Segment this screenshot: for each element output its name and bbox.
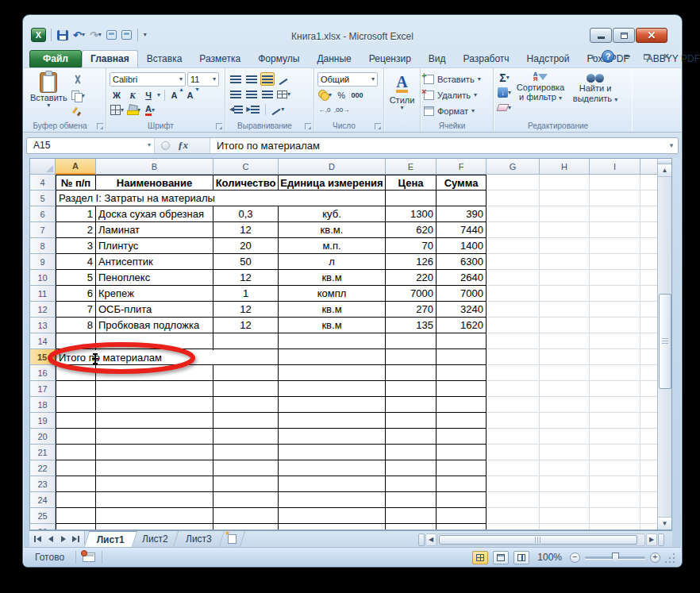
table-data-cell[interactable]: 7000 [437, 286, 487, 302]
grid-cell[interactable] [540, 524, 590, 530]
grid-cell[interactable] [213, 460, 279, 476]
grid-cell[interactable] [487, 333, 540, 349]
grid-cell[interactable] [279, 508, 386, 524]
grid-cell[interactable] [437, 492, 487, 508]
table-data-cell[interactable]: кв.м [279, 270, 386, 286]
grid-cell[interactable] [590, 254, 640, 270]
merge-center-button[interactable]: ▾ [276, 87, 291, 101]
table-data-cell[interactable]: 1 [56, 206, 96, 222]
grid-cell[interactable] [56, 397, 96, 413]
grid-cell[interactable] [540, 349, 590, 365]
increase-decimal-button[interactable]: ←,0 [317, 103, 332, 117]
table-data-cell[interactable]: 5 [56, 270, 96, 286]
scroll-up-button[interactable]: ▲ [658, 164, 671, 177]
grid-cell[interactable] [279, 476, 386, 492]
table-data-cell[interactable]: 390 [437, 206, 487, 222]
table-data-cell[interactable]: Ламинат [96, 222, 213, 238]
table-header-cell[interactable]: Единица измерения [279, 175, 386, 191]
align-right-button[interactable] [260, 87, 275, 101]
vertical-scrollbar[interactable]: ▲ ▼ [657, 159, 671, 529]
split-handle[interactable] [658, 159, 671, 164]
column-header-H[interactable]: H [540, 159, 590, 175]
grid-cell[interactable] [540, 365, 590, 381]
format-painter-button[interactable] [71, 105, 86, 118]
grid-cell[interactable] [96, 429, 213, 445]
normal-view-button[interactable] [472, 551, 488, 564]
grid-cell[interactable] [540, 286, 590, 302]
column-header-I[interactable]: I [590, 159, 640, 175]
sort-filter-button[interactable]: АЯ Сортировкаи фильтр ▾ [512, 71, 569, 114]
expand-formula-bar-button[interactable]: ▾ [665, 141, 678, 149]
grid-cell[interactable] [540, 318, 590, 333]
resize-grip-icon[interactable] [665, 552, 676, 563]
last-sheet-button[interactable] [70, 533, 82, 545]
grid-cell[interactable] [56, 508, 96, 524]
column-header-C[interactable]: C [213, 159, 279, 175]
decrease-indent-button[interactable]: ◀ [229, 102, 244, 116]
grid-cell[interactable] [487, 413, 540, 429]
font-name-combo[interactable]: Calibri▾ [110, 72, 186, 87]
table-data-cell[interactable]: Пеноплекс [96, 270, 213, 286]
section-title-cell[interactable]: Раздел I: Затраты на материалы [56, 191, 386, 206]
table-data-cell[interactable]: Пробковая подложка [96, 318, 213, 333]
grid-cell[interactable] [386, 524, 437, 530]
grid-cell[interactable] [487, 476, 540, 492]
grid-cell[interactable] [437, 460, 487, 476]
grid-cell[interactable] [386, 460, 437, 476]
align-center-button[interactable] [244, 87, 259, 101]
grid-cell[interactable] [540, 445, 590, 460]
grid-cell[interactable] [279, 365, 386, 381]
fill-color-button[interactable]: ▾ [126, 103, 141, 117]
grid-cell[interactable] [590, 286, 640, 302]
ribbon-tab-формулы[interactable]: Формулы [249, 50, 308, 67]
row-header-10[interactable]: 10 [30, 270, 56, 286]
grid-cell[interactable] [56, 476, 96, 492]
grid-cell[interactable] [279, 397, 386, 413]
grid-cell[interactable] [386, 333, 437, 349]
format-cells-button[interactable]: Формат▾ [424, 104, 490, 118]
grid-cell[interactable] [590, 508, 640, 524]
ribbon-tab-данные[interactable]: Данные [308, 50, 360, 67]
workbook-close-button[interactable]: × [659, 51, 674, 63]
table-data-cell[interactable]: 6300 [437, 254, 487, 270]
grid-cell[interactable] [96, 413, 213, 429]
grid-cell[interactable] [213, 476, 279, 492]
table-data-cell[interactable]: 8 [56, 318, 96, 333]
row-header-6[interactable]: 6 [30, 206, 56, 222]
table-data-cell[interactable]: 0,3 [213, 206, 279, 222]
grid-cell[interactable] [487, 222, 540, 238]
name-box[interactable]: A15 ▾ [27, 138, 154, 153]
grid-cell[interactable] [487, 492, 540, 508]
grid-cell[interactable] [437, 413, 487, 429]
align-left-button[interactable] [229, 87, 243, 101]
grid-cell[interactable] [96, 524, 213, 530]
grid-cell[interactable] [213, 492, 279, 508]
table-data-cell[interactable]: 135 [386, 318, 437, 333]
paste-button[interactable]: Вставить ▾ [27, 71, 71, 118]
grid-cell[interactable] [590, 238, 640, 254]
column-header-E[interactable]: E [386, 159, 437, 175]
align-bottom-button[interactable] [260, 72, 275, 86]
workbook-minimize-button[interactable] [619, 51, 634, 63]
table-data-cell[interactable]: 7 [56, 302, 96, 318]
grid-cell[interactable] [386, 492, 437, 508]
grid-cell[interactable] [487, 270, 540, 286]
row-header-20[interactable]: 20 [30, 429, 56, 445]
row-header-25[interactable]: 25 [30, 508, 56, 524]
table-header-cell[interactable]: Наименование [96, 175, 213, 191]
borders-button[interactable]: ▾ [110, 103, 125, 117]
ribbon-tab-разработч[interactable]: Разработч [455, 50, 518, 67]
grid-cell[interactable] [487, 349, 540, 365]
ribbon-tab-надстрой[interactable]: Надстрой [518, 50, 579, 67]
formula-bar-handle[interactable] [161, 141, 170, 150]
row-header-8[interactable]: 8 [30, 238, 56, 254]
table-data-cell[interactable]: 70 [386, 238, 437, 254]
grid-cell[interactable] [96, 365, 213, 381]
grid-cell[interactable] [96, 508, 213, 524]
grid-cell[interactable] [279, 460, 386, 476]
grid-cell[interactable] [96, 476, 213, 492]
grid-cell[interactable] [540, 302, 590, 318]
find-select-button[interactable]: Найти ивыделить ▾ [569, 71, 621, 114]
grid-cell[interactable] [279, 429, 386, 445]
grid-cell[interactable] [437, 333, 487, 349]
